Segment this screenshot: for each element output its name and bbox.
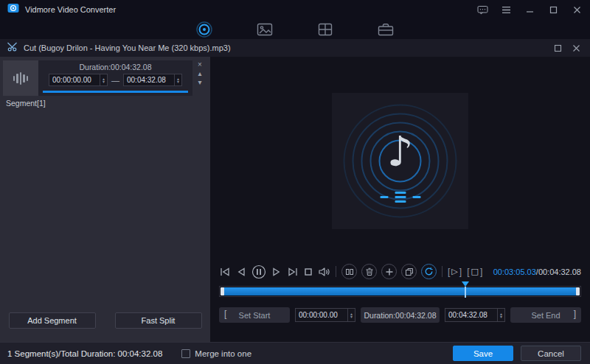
- dialog-body: Duration:00:04:32.08 ▴▾ — ▴▾ × ▴: [0, 57, 590, 342]
- tab-toolbox[interactable]: [376, 21, 395, 38]
- segment-card-gutter: × ▴ ▾: [192, 60, 207, 96]
- segment-actions: Add Segment Fast Split: [0, 312, 210, 329]
- add-segment-button[interactable]: Add Segment: [9, 312, 96, 329]
- segment-range-row: ▴▾ — ▴▾: [43, 74, 188, 86]
- play-segment-button[interactable]: [▷]: [448, 267, 462, 277]
- bracket-right: ]: [574, 309, 576, 319]
- album-art: ♪: [332, 93, 468, 229]
- time-display: 00:03:05.03/00:04:32.08: [493, 267, 581, 276]
- set-start-label: Set Start: [239, 311, 271, 320]
- segment-start-field: ▴▾: [49, 74, 108, 86]
- current-time: 00:03:05.03: [493, 267, 536, 276]
- equalizer-dashes-icon: [380, 192, 420, 203]
- timeline-selection-fill: [221, 287, 579, 295]
- volume-icon[interactable]: [318, 267, 330, 277]
- trim-start-spinner[interactable]: ▴▾: [347, 309, 355, 321]
- segments-summary: 1 Segment(s)/Total Duration: 00:04:32.08: [7, 349, 162, 358]
- tab-converter[interactable]: [195, 21, 214, 38]
- skip-start-icon[interactable]: [219, 267, 231, 277]
- fast-split-button[interactable]: Fast Split: [115, 312, 202, 329]
- dialog-maximize-icon[interactable]: [551, 42, 564, 54]
- playhead-line: [465, 287, 466, 298]
- scissors-icon: [7, 41, 18, 55]
- player-panel: ♪: [210, 57, 590, 342]
- trim-duration-label: Duration:00:04:32.08: [361, 307, 440, 323]
- step-back-icon[interactable]: [235, 267, 247, 277]
- dialog-title: Cut (Bugoy Drilon - Having You Near Me (…: [24, 43, 546, 52]
- segment-start-spinner[interactable]: ▴▾: [100, 74, 107, 85]
- tab-collage[interactable]: [316, 21, 335, 38]
- segment-move-up-icon[interactable]: ▴: [198, 70, 201, 77]
- segment-move-down-icon[interactable]: ▾: [198, 79, 201, 86]
- save-button[interactable]: Save: [453, 346, 513, 361]
- segment-end-input[interactable]: [124, 74, 174, 85]
- stop-segment-button[interactable]: [□]: [467, 267, 482, 277]
- set-end-label: Set End: [531, 311, 560, 320]
- bracket-left: [: [448, 267, 450, 277]
- play-glyph: ▷: [451, 267, 457, 276]
- cancel-button[interactable]: Cancel: [521, 346, 581, 361]
- total-time: 00:04:32.08: [538, 267, 581, 276]
- reset-button[interactable]: [421, 264, 437, 279]
- feedback-icon[interactable]: [476, 4, 488, 15]
- segment-card[interactable]: Duration:00:04:32.08 ▴▾ — ▴▾ × ▴: [3, 60, 209, 96]
- music-note-icon: ♪: [387, 127, 414, 175]
- delete-segment-button[interactable]: [361, 264, 377, 279]
- minimize-icon[interactable]: [524, 4, 535, 15]
- step-forward-icon[interactable]: [271, 267, 282, 277]
- window-controls: [476, 4, 583, 15]
- stop-button[interactable]: [303, 267, 313, 277]
- segment-remove-icon[interactable]: ×: [198, 61, 202, 69]
- set-start-button[interactable]: [ Set Start: [219, 307, 290, 323]
- trim-end-spinner[interactable]: ▴▾: [497, 309, 504, 321]
- trim-start-field: ▴▾: [295, 308, 355, 322]
- bracket-left: [: [224, 309, 226, 319]
- skip-end-icon[interactable]: [287, 267, 299, 277]
- close-icon[interactable]: [571, 4, 583, 15]
- bracket-left: [: [467, 267, 469, 277]
- app-title: Vidmore Video Converter: [25, 5, 116, 14]
- segment-progress-bar: [43, 91, 188, 93]
- segment-end-spinner[interactable]: ▴▾: [174, 74, 181, 85]
- set-end-button[interactable]: Set End ]: [510, 307, 581, 323]
- player-stage: ♪: [210, 67, 590, 255]
- split-segment-button[interactable]: [341, 264, 357, 279]
- main-nav: [0, 19, 590, 39]
- bracket-right: ]: [480, 267, 482, 277]
- menu-icon[interactable]: [500, 4, 512, 15]
- trim-start-handle[interactable]: [221, 287, 224, 295]
- segment-edit-group: [341, 264, 437, 279]
- dialog-close-icon[interactable]: [569, 42, 583, 54]
- stop-glyph: □: [471, 267, 479, 276]
- trim-end-field: ▴▾: [445, 308, 505, 322]
- trim-end-handle[interactable]: [576, 287, 580, 295]
- trim-end-input[interactable]: [445, 309, 497, 321]
- pause-button[interactable]: [251, 265, 266, 279]
- transport-group: [219, 265, 330, 279]
- segment-duration-label: Duration:00:04:32.08: [43, 63, 188, 71]
- trim-start-input[interactable]: [296, 309, 347, 321]
- app-logo-icon: [7, 2, 19, 17]
- maximize-icon[interactable]: [547, 4, 559, 15]
- playhead-triangle-icon: [462, 281, 469, 287]
- range-separator: —: [111, 76, 119, 85]
- bracket-right: ]: [459, 267, 462, 277]
- segment-start-input[interactable]: [49, 74, 100, 85]
- dialog-footer: 1 Segment(s)/Total Duration: 00:04:32.08…: [0, 342, 590, 364]
- titlebar: Vidmore Video Converter: [0, 0, 590, 19]
- merge-checkbox[interactable]: [181, 349, 190, 358]
- divider: [336, 266, 336, 277]
- segment-end-field: ▴▾: [123, 74, 182, 86]
- segment-name-label: Segment[1]: [6, 99, 210, 108]
- segment-panel: Duration:00:04:32.08 ▴▾ — ▴▾ × ▴: [0, 57, 210, 342]
- timeline-track[interactable]: [219, 286, 581, 297]
- cut-dialog-header: Cut (Bugoy Drilon - Having You Near Me (…: [0, 39, 590, 57]
- playback-controls: [▷] [□] 00:03:05.03/00:04:32.08: [210, 264, 590, 279]
- merge-into-one-toggle[interactable]: Merge into one: [181, 349, 251, 358]
- tab-mv[interactable]: [255, 21, 274, 38]
- add-segment-icon-button[interactable]: [381, 264, 397, 279]
- copy-segment-button[interactable]: [401, 264, 417, 279]
- divider: [442, 266, 442, 277]
- audio-thumbnail-icon: [3, 60, 38, 96]
- trim-controls: [ Set Start ▴▾ Duration:00:04:32.08 ▴▾ S…: [219, 307, 581, 323]
